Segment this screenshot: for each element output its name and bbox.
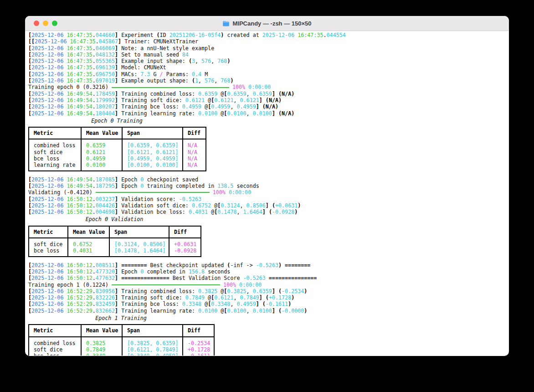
table-cell: combined loss xyxy=(29,139,81,149)
log-line: [2025-12-06 16:47:35.055365] Example inp… xyxy=(28,58,509,64)
table-cell: 0.6359 xyxy=(81,139,122,149)
table-cell: 0.7849 xyxy=(81,346,122,353)
progress-line: Validating (-0.4120)100% 0:00:00 xyxy=(28,189,509,196)
table-header: Mean Value xyxy=(68,226,109,238)
log-line: [2025-12-06 16:47:35.696139] Model: CMUN… xyxy=(28,64,509,71)
log-line: [2025-12-06 16:50:12.004426] Validation … xyxy=(28,202,509,209)
progress-time: 0:00:00 xyxy=(245,84,271,90)
table-row: soft dice0.6752[0.3124, 0.8506]+0.0631 xyxy=(29,238,201,248)
table-header: Metric xyxy=(29,127,81,139)
table-title: Epoch 1 Training xyxy=(28,315,214,321)
zoom-button[interactable] xyxy=(52,21,57,26)
table-cell: 0.6121 xyxy=(81,149,122,155)
table-row: learning rate0.0100[0.0100, 0.0100]N/A xyxy=(29,162,206,170)
table-cell: soft dice xyxy=(29,346,81,353)
table-cell: [0.6121, 0.6121] xyxy=(122,149,183,155)
table-cell: [0.3124, 0.8506] xyxy=(109,238,169,248)
table-cell: learning rate xyxy=(29,162,81,170)
table-row: bce loss0.4031[0.1478, 1.6464]-0.0928 xyxy=(29,248,201,256)
table-cell: [0.6121, 0.7849] xyxy=(122,346,183,353)
table-cell: 0.3348 xyxy=(81,353,122,356)
table-cell: +0.0631 xyxy=(169,238,201,248)
log-line: [2025-12-06 16:50:12.003237] Validation … xyxy=(28,196,509,202)
log-line: [2025-12-06 16:52:29.832459] Training bc… xyxy=(28,301,509,307)
metrics-table-wrap: MetricMean ValueSpanDiffsoft dice0.6752[… xyxy=(28,226,509,257)
table-header: Mean Value xyxy=(81,127,122,139)
progress-bar xyxy=(112,87,229,88)
progress-time: 0:00:00 xyxy=(226,189,251,196)
table-row: combined loss0.6359[0.6359, 0.6359]N/A xyxy=(29,139,206,149)
table-cell: bce loss xyxy=(29,155,81,162)
table-row: bce loss0.3348[0.3348, 0.4959]-0.1611 xyxy=(29,353,214,356)
table-header: Span xyxy=(109,226,169,238)
table-row: soft dice0.6121[0.6121, 0.6121]N/A xyxy=(29,149,206,155)
table-cell: soft dice xyxy=(29,149,81,155)
log-line: [2025-12-06 16:49:54.187085] Epoch 0 che… xyxy=(28,176,509,183)
progress-percent: 100% xyxy=(232,84,245,90)
log-line: [2025-12-06 16:49:54.187295] Epoch 0 tra… xyxy=(28,183,509,189)
table-cell: -0.1611 xyxy=(183,353,214,356)
table-header: Mean Value xyxy=(81,325,122,336)
progress-line: Training epoch 0 (0.3216)100% 0:00:00 xyxy=(28,84,509,90)
table-cell: +0.1728 xyxy=(183,346,214,353)
table-cell: -0.0928 xyxy=(169,248,201,256)
log-line: [2025-12-06 16:52:29.830956] Training co… xyxy=(28,288,509,294)
table-row: bce loss0.4959[0.4959, 0.4959]N/A xyxy=(29,155,206,162)
metrics-table-wrap: MetricMean ValueSpanDiffcombined loss0.3… xyxy=(28,324,509,356)
terminal-window: MIPCandy — -zsh — 150×50 [2025-12-06 16:… xyxy=(25,16,509,356)
table-cell: combined loss xyxy=(29,337,81,346)
table-cell: soft dice xyxy=(29,238,68,248)
log-line: [2025-12-06 16:47:35.697019] Example out… xyxy=(28,77,509,84)
log-line: [2025-12-06 16:52:29.832226] Training so… xyxy=(28,294,509,301)
log-line: [2025-12-06 16:50:12.477320] Epoch 0 com… xyxy=(28,268,509,275)
progress-bar xyxy=(112,284,220,285)
table-header: Metric xyxy=(29,325,81,336)
terminal-output: [2025-12-06 16:47:35.044660] Experiment … xyxy=(25,31,509,356)
table-cell: bce loss xyxy=(29,353,81,356)
table-header: Span xyxy=(122,127,183,139)
table-cell: 0.6752 xyxy=(68,238,109,248)
table-header: Diff xyxy=(169,226,201,238)
window-title: MIPCandy — -zsh — 150×50 xyxy=(222,20,311,27)
progress-line: Training epoch 1 (0.1224)100% 0:00:00 xyxy=(28,282,509,288)
table-header: Diff xyxy=(183,127,206,139)
table-header: Diff xyxy=(183,325,214,336)
log-line: [2025-12-06 16:47:35.048132] Set to manu… xyxy=(28,52,509,58)
log-line: [2025-12-06 16:49:54.179992] Training so… xyxy=(28,97,509,103)
table-cell: [0.0100, 0.0100] xyxy=(122,162,183,170)
log-line: [2025-12-06 16:49:54.178459] Training co… xyxy=(28,91,509,97)
close-button[interactable] xyxy=(34,21,39,26)
log-line: [2025-12-06 16:50:12.477632] ===========… xyxy=(28,275,509,281)
table-row: combined loss0.3825[0.3825, 0.6359]-0.25… xyxy=(29,337,214,346)
table-header: Metric xyxy=(29,226,68,238)
table-cell: -0.2534 xyxy=(183,337,214,346)
table-cell: 0.3825 xyxy=(81,337,122,346)
table-cell: N/A xyxy=(183,149,206,155)
log-line: [2025-12-06 16:49:54.180404] Training le… xyxy=(28,110,509,117)
table-cell: [0.3348, 0.4959] xyxy=(122,353,183,356)
table-cell: bce loss xyxy=(29,248,68,256)
metrics-table: MetricMean ValueSpanDiffcombined loss0.3… xyxy=(28,324,215,356)
progress-percent: 100% xyxy=(213,189,226,196)
window-title-text: MIPCandy — -zsh — 150×50 xyxy=(232,20,311,27)
log-line: [2025-12-06 16:52:29.832662] Training le… xyxy=(28,308,509,314)
table-cell: 0.4031 xyxy=(68,248,109,256)
table-row: soft dice0.7849[0.6121, 0.7849]+0.1728 xyxy=(29,346,214,353)
table-title: Epoch 0 Training xyxy=(28,118,205,124)
title-bar[interactable]: MIPCandy — -zsh — 150×50 xyxy=(25,16,509,31)
metrics-table: MetricMean ValueSpanDiffsoft dice0.6752[… xyxy=(28,226,201,257)
log-line: [2025-12-06 16:47:35.696750] MACs: 7.3 G… xyxy=(28,71,509,77)
minimize-button[interactable] xyxy=(43,21,48,26)
progress-percent: 100% xyxy=(223,282,236,288)
log-line: [2025-12-06 16:47:35.044660] Experiment … xyxy=(28,32,509,38)
table-cell: 0.4959 xyxy=(81,155,122,162)
table-cell: 0.0100 xyxy=(81,162,122,170)
log-line: [2025-12-06 16:49:54.180207] Training bc… xyxy=(28,103,509,110)
metrics-table-wrap: MetricMean ValueSpanDiffcombined loss0.6… xyxy=(28,127,509,171)
table-cell: [0.1478, 1.6464] xyxy=(109,248,169,256)
table-title: Epoch 0 Validation xyxy=(28,216,200,222)
folder-icon xyxy=(222,21,230,26)
window-controls xyxy=(34,16,57,31)
progress-time: 0:00:00 xyxy=(236,282,262,288)
log-line: [2025-12-06 16:50:12.008511] ======== Be… xyxy=(28,262,509,268)
